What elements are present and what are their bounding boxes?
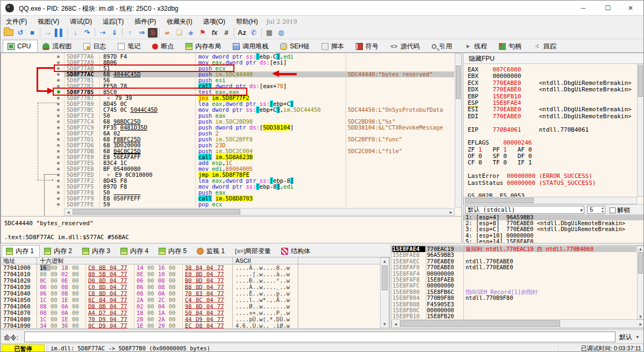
breakpoint-dot[interactable]	[57, 132, 60, 135]
tab-跟踪[interactable]: ⁖跟踪	[528, 40, 563, 52]
breakpoint-dot[interactable]	[57, 203, 60, 206]
tab-CPU[interactable]: CPU	[3, 40, 38, 52]
scroll-up-icon[interactable]: ▲	[381, 259, 389, 264]
breakpoint-dot[interactable]	[57, 150, 60, 153]
step-over-icon[interactable]: ↷	[81, 27, 93, 38]
scrollbar-thumb[interactable]	[73, 209, 240, 214]
breakpoint-dot[interactable]	[57, 114, 60, 117]
function-icon[interactable]: fx	[209, 27, 220, 38]
run-icon[interactable]: →	[42, 27, 54, 38]
dump-row[interactable]: 7704103006000800C08D047706000800B88D0477…	[1, 284, 389, 290]
breakpoint-dot[interactable]	[57, 73, 60, 76]
patch-icon[interactable]: ▰	[161, 27, 173, 38]
breakpoint-dot[interactable]	[57, 168, 60, 170]
dump-row[interactable]: 7704101000000200805B04770E001000E08D0477…	[1, 271, 389, 277]
scrollbar-thumb[interactable]	[400, 320, 560, 327]
dump-row[interactable]: 770410501C001E006C8404772A002C00C48C0477…	[1, 297, 389, 303]
breakpoint-dot[interactable]	[57, 97, 60, 99]
hash-icon[interactable]: #	[220, 27, 232, 38]
step-into-icon[interactable]: ↓	[69, 27, 81, 38]
dump-row[interactable]: 7704104006000800C88D047708000A0070830477…	[1, 290, 389, 297]
dump-tab-内存 5[interactable]: 内存 5	[154, 245, 192, 257]
dump-tab-内存 1[interactable]: 内存 1	[2, 245, 40, 257]
dump-row[interactable]: 770410801C001E0070D9047728002A0044D90477…	[1, 316, 389, 322]
registers-hscrollbar[interactable]	[463, 197, 637, 204]
dump-tab-结构体[interactable]: 结构体	[277, 245, 316, 257]
disassembly-hscrollbar[interactable]: ◄ ►	[64, 208, 455, 215]
label-icon[interactable]: ◈	[185, 27, 197, 38]
scrollbar-thumb[interactable]	[456, 66, 461, 99]
tab-日志[interactable]: 日志	[78, 40, 113, 52]
breakpoint-dot[interactable]	[57, 126, 60, 129]
tab-符号[interactable]: 符号	[351, 40, 385, 52]
dump-tab-内存 4[interactable]: 内存 4	[116, 245, 154, 257]
title-bar[interactable]: QQ.exe - PID: 268C - 模块: im.dll - 线程: 25…	[1, 1, 643, 16]
bookmark-icon[interactable]: ⚑	[197, 27, 209, 38]
stack-pane[interactable]: 15E8FAE4770EAC19返回到 ntdll.770EAC19 自 ntd…	[391, 245, 644, 329]
breakpoint-dot[interactable]	[57, 103, 60, 105]
breakpoint-dot[interactable]	[57, 79, 60, 82]
command-profile-select[interactable]: 默认▼	[617, 332, 641, 342]
checkbox-icon[interactable]	[610, 207, 616, 213]
dump-tab-内存 3[interactable]: 内存 3	[78, 245, 116, 257]
stack-row[interactable]: 15E8FB04770B9F80ntdll.770B9F80	[391, 295, 636, 301]
hide-fpu-button[interactable]: 隐藏FPU	[463, 53, 644, 64]
tab-线程[interactable]: ➤线程	[459, 40, 494, 52]
scrollbar-thumb[interactable]	[638, 66, 643, 97]
scroll-left-icon[interactable]: ◄	[65, 210, 72, 215]
breakpoint-dot[interactable]	[57, 138, 60, 141]
stack-vscrollbar[interactable]: ▲ ▼	[637, 246, 644, 319]
tab-断点[interactable]: 断点	[147, 40, 181, 52]
comment-icon[interactable]: ❏	[173, 27, 185, 38]
command-input[interactable]	[24, 332, 616, 342]
tab-调用堆栈[interactable]: 调用堆栈	[228, 40, 275, 52]
spinner-arrows-icon[interactable]: ▲▼	[601, 206, 604, 214]
stack-row[interactable]: 15E8FB1015E8FB20	[391, 313, 636, 319]
execute-till-return-icon[interactable]: ↑	[124, 27, 136, 38]
breakpoint-dot[interactable]	[57, 156, 60, 159]
tab-笔记[interactable]: 笔记	[113, 40, 147, 52]
pause-icon[interactable]: ▌▌	[54, 27, 66, 38]
registers-vscrollbar[interactable]	[637, 64, 644, 197]
breakpoint-dot[interactable]	[57, 197, 60, 200]
minimize-button[interactable]: ─	[573, 1, 594, 16]
argument-row[interactable]: 5: [esp+14] 15E8FAE8	[463, 239, 644, 243]
phone-icon[interactable]: ✆	[248, 27, 260, 38]
tab-脚本[interactable]: 脚本	[317, 40, 351, 52]
dump-row[interactable]: 7704100016001800C08B04771400160038840477…	[1, 264, 389, 271]
breakpoint-dot[interactable]	[57, 185, 60, 188]
scroll-down-icon[interactable]: ▼	[381, 322, 389, 327]
tab-SEH链[interactable]: SEH链	[275, 40, 317, 52]
scroll-left-icon[interactable]: ◄	[392, 322, 399, 327]
dump-row[interactable]: 77041090340036000CD904771E002000ECD80477…	[1, 322, 389, 329]
maximize-button[interactable]: ☐	[597, 1, 619, 16]
breakpoint-dot[interactable]	[57, 109, 60, 111]
dump-tab-内存 2[interactable]: 内存 2	[40, 245, 78, 257]
step-into-source-icon[interactable]: ⇓	[109, 27, 120, 38]
scroll-up-icon[interactable]: ▲	[638, 247, 643, 252]
stack-hscrollbar[interactable]: ◄ ►	[391, 319, 644, 328]
strings-icon[interactable]: S	[148, 28, 158, 38]
dump-row[interactable]: 7704107008000A00A4D7047718001A0050840477…	[1, 310, 389, 316]
close-button[interactable]: ✕	[620, 1, 641, 16]
unlock-checkbox[interactable]: 解锁	[610, 206, 630, 215]
scroll-down-icon[interactable]: ▼	[638, 314, 643, 319]
scroll-right-icon[interactable]: ►	[447, 210, 455, 215]
dump-tab-局部变量[interactable]: [x=]局部变量	[231, 245, 277, 257]
breakpoint-dot[interactable]	[57, 162, 60, 164]
dump-tab-监视 1[interactable]: 监视 1	[192, 245, 231, 257]
tab-句柄[interactable]: 句柄	[494, 40, 528, 52]
tab-源代码[interactable]: <>源代码	[385, 40, 427, 52]
dump-vscrollbar[interactable]: ▲ ▼	[380, 257, 389, 328]
breakpoint-dot[interactable]	[57, 174, 60, 176]
argument-row[interactable]: 3: [esp+C] 770EABE0 <ntdll.DbgUiRemoteBr…	[463, 226, 644, 232]
scrollbar-thumb[interactable]	[638, 252, 643, 274]
open-file-icon[interactable]	[4, 29, 13, 36]
registers-pane[interactable]: 隐藏FPU EAX 007C6000EBX 00000000ECX 770EAB…	[463, 53, 644, 243]
scrollbar-thumb[interactable]	[382, 265, 388, 290]
memory-dump-pane[interactable]: 地址 十六进制 ASCII 7704100016001800C08B047714…	[1, 257, 390, 329]
scroll-right-icon[interactable]: ►	[637, 322, 644, 327]
globe-icon[interactable]: ◍	[275, 27, 287, 38]
breakpoint-dot[interactable]	[57, 120, 60, 123]
stack-row[interactable]: 15E8FAF0770EABE0ntdll.770EABE0	[391, 264, 636, 270]
